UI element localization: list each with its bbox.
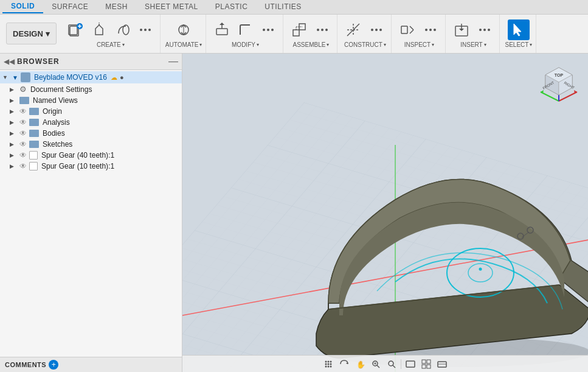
svg-line-90	[393, 365, 395, 368]
insert-label[interactable]: INSERT ▾	[460, 41, 486, 48]
svg-line-37	[410, 30, 413, 33]
insert-group: INSERT ▾	[447, 15, 500, 53]
viewport[interactable]: TOP FRONT RIGHT ✋	[182, 54, 588, 372]
svg-point-25	[325, 29, 328, 31]
spur40-body-icon	[29, 151, 38, 160]
sketches-folder-icon	[29, 141, 39, 148]
display-mode-btn[interactable]	[404, 357, 417, 371]
zoom-fit-btn[interactable]	[369, 357, 382, 371]
svg-point-81	[328, 365, 330, 367]
browser-close-btn[interactable]: —	[168, 56, 178, 67]
tree-item-spur-40[interactable]: ▶ 👁 Spur Gear (40 teeth):1	[0, 150, 182, 161]
svg-point-23	[317, 29, 319, 31]
new-component-btn[interactable]	[65, 19, 87, 40]
spur-gear-40-label: Spur Gear (40 teeth):1	[41, 151, 114, 160]
inspect-btn[interactable]	[396, 19, 418, 40]
svg-point-40	[434, 29, 436, 31]
browser-collapse-btn[interactable]: ◀◀	[4, 57, 15, 66]
tree-item-sketches[interactable]: ▶ 👁 Sketches	[0, 139, 182, 150]
svg-rect-94	[422, 365, 426, 368]
fillet-btn[interactable]	[234, 19, 256, 40]
tab-mesh[interactable]: MESH	[97, 1, 136, 13]
divider1	[401, 359, 401, 369]
tree-item-spur-10[interactable]: ▶ 👁 Spur Gear (10 teeth):1	[0, 161, 182, 172]
inspect-group: INSPECT ▾	[393, 15, 446, 53]
assemble-label[interactable]: ASSEMBLE ▾	[293, 41, 330, 48]
browser-header: ◀◀ BROWSER —	[0, 54, 182, 70]
tab-utilities[interactable]: UTILITIES	[256, 1, 310, 13]
automate-group: AUTOMATE ▾	[162, 15, 207, 53]
construct-label[interactable]: CONSTRUCT ▾	[344, 41, 386, 48]
svg-point-82	[330, 365, 332, 367]
grid-snap-btn[interactable]	[322, 357, 335, 371]
settings-gear-icon: ⚙	[19, 85, 27, 94]
analysis-label: Analysis	[43, 118, 70, 127]
assemble-btn[interactable]	[288, 19, 310, 40]
extrude-btn[interactable]	[88, 19, 110, 40]
svg-marker-43	[459, 29, 464, 31]
zoom-btn[interactable]	[385, 357, 398, 371]
insert-more-btn[interactable]	[474, 19, 496, 40]
spur10-body-icon	[29, 162, 38, 170]
svg-point-44	[479, 29, 482, 31]
tree-item-doc-settings[interactable]: ▶ ⚙ Document Settings	[0, 83, 182, 95]
analysis-folder-icon	[29, 119, 39, 126]
eye-vis-icon: 👁	[19, 107, 27, 116]
design-button[interactable]: DESIGN ▾	[6, 23, 57, 44]
svg-text:✋: ✋	[356, 360, 365, 369]
tree-item-origin[interactable]: ▶ 👁 Origin	[0, 106, 182, 117]
pan-btn[interactable]: ✋	[353, 357, 367, 371]
svg-point-10	[148, 29, 151, 31]
svg-rect-13	[216, 29, 227, 35]
tab-row: SOLID SURFACE MESH SHEET METAL PLASTIC U…	[0, 0, 588, 15]
bodies-label: Bodies	[43, 129, 65, 138]
tree-item-root[interactable]: ▼ ▼ Beyblade MOVED v16 ☁ ●	[0, 71, 182, 83]
revolve-btn[interactable]	[111, 19, 133, 40]
tab-sheet-metal[interactable]: SHEET METAL	[136, 1, 207, 13]
svg-point-29	[371, 29, 373, 31]
modify-more-btn[interactable]	[257, 19, 279, 40]
press-pull-btn[interactable]	[211, 19, 233, 40]
create-more-btn[interactable]	[134, 19, 156, 40]
3d-model	[182, 54, 588, 372]
add-comment-btn[interactable]: +	[49, 360, 58, 370]
automate-btn[interactable]	[173, 19, 195, 40]
svg-point-46	[488, 29, 490, 31]
environment-btn[interactable]	[435, 357, 449, 371]
construct-more-btn[interactable]	[365, 19, 387, 40]
select-btn[interactable]	[508, 19, 530, 40]
tab-surface[interactable]: SURFACE	[43, 1, 97, 13]
tree-item-analysis[interactable]: ▶ 👁 Analysis	[0, 117, 182, 128]
tab-plastic[interactable]: PLASTIC	[207, 1, 257, 13]
svg-point-30	[375, 29, 378, 31]
origin-label: Origin	[43, 107, 62, 116]
svg-point-45	[483, 29, 486, 31]
svg-point-8	[140, 29, 142, 31]
eye-vis-icon3: 👁	[19, 129, 27, 138]
bottom-toolbar: ✋	[182, 355, 588, 372]
inspect-more-btn[interactable]	[420, 19, 441, 40]
select-label[interactable]: SELECT ▾	[505, 41, 532, 48]
construct-btn[interactable]	[342, 19, 364, 40]
svg-line-36	[410, 26, 413, 30]
inspect-label[interactable]: INSPECT ▾	[404, 41, 434, 48]
tool-row: DESIGN ▾	[0, 15, 588, 53]
orbit-btn[interactable]	[337, 357, 351, 371]
tree-item-named-views[interactable]: ▶ Named Views	[0, 95, 182, 106]
svg-point-75	[328, 360, 330, 362]
browser-footer: COMMENTS +	[0, 357, 182, 372]
tab-solid[interactable]: SOLID	[2, 0, 43, 13]
nav-cube[interactable]: TOP FRONT RIGHT	[534, 58, 583, 107]
tree-item-bodies[interactable]: ▶ 👁 Bodies	[0, 128, 182, 139]
tree-root-label: Beyblade MOVED v16	[34, 73, 107, 82]
modify-label[interactable]: MODIFY ▾	[232, 41, 259, 48]
assemble-more-btn[interactable]	[311, 19, 333, 40]
eye-vis-icon5: 👁	[19, 151, 27, 160]
create-label[interactable]: CREATE ▾	[97, 41, 125, 48]
grid-btn[interactable]	[420, 357, 433, 371]
named-views-label: Named Views	[33, 96, 78, 105]
svg-point-54	[447, 248, 514, 297]
automate-label[interactable]: AUTOMATE ▾	[165, 41, 202, 48]
insert-btn[interactable]	[451, 19, 472, 40]
svg-point-16	[263, 29, 265, 31]
